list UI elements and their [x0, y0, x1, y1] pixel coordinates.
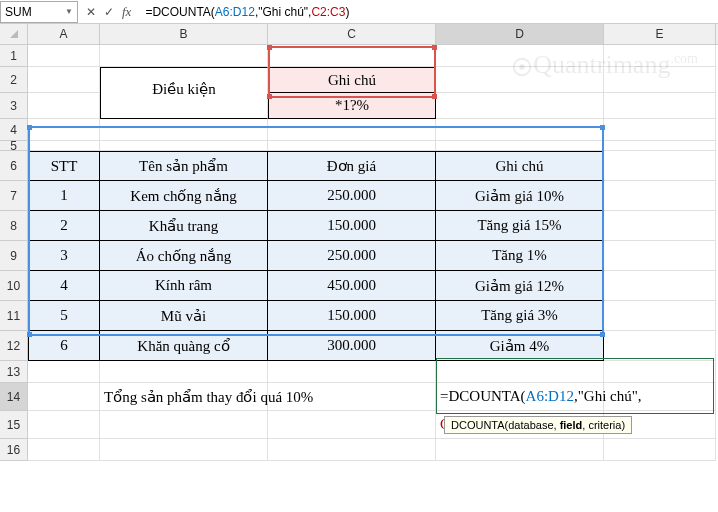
cell[interactable] [268, 439, 436, 461]
row-header-7[interactable]: 7 [0, 181, 28, 211]
table-cell[interactable]: Tăng giá 3% [436, 301, 604, 331]
cell[interactable] [604, 271, 716, 301]
table-header-gia[interactable]: Đơn giá [268, 151, 436, 181]
cell[interactable] [28, 119, 100, 141]
cell[interactable] [100, 439, 268, 461]
cell[interactable] [28, 141, 100, 151]
table-header-ten[interactable]: Tên sản phẩm [100, 151, 268, 181]
cell[interactable] [604, 211, 716, 241]
table-cell[interactable]: Kính râm [100, 271, 268, 301]
name-box[interactable]: SUM ▼ [0, 1, 78, 23]
row-header-1[interactable]: 1 [0, 45, 28, 67]
cell[interactable] [604, 241, 716, 271]
table-cell[interactable]: Giảm 4% [436, 331, 604, 361]
condition-label-cell[interactable]: Điều kiện [100, 93, 268, 119]
cell[interactable] [604, 439, 716, 461]
table-cell[interactable]: 2 [28, 211, 100, 241]
cell[interactable] [604, 67, 716, 93]
cell[interactable] [436, 361, 604, 383]
cell[interactable] [28, 383, 100, 411]
spreadsheet-grid[interactable]: A B C D E 1 2 Ghi chú 3 Điều kiện *1?% 4… [0, 24, 718, 461]
chevron-down-icon[interactable]: ▼ [65, 7, 73, 16]
cell[interactable] [436, 45, 604, 67]
table-cell[interactable]: Mũ vải [100, 301, 268, 331]
fx-icon[interactable]: fx [122, 4, 131, 20]
criteria-value-cell[interactable]: *1?% [268, 93, 436, 119]
cell[interactable] [268, 45, 436, 67]
row-header-9[interactable]: 9 [0, 241, 28, 271]
row-header-16[interactable]: 16 [0, 439, 28, 461]
cell[interactable] [28, 439, 100, 461]
col-header-E[interactable]: E [604, 24, 716, 44]
table-cell[interactable]: 3 [28, 241, 100, 271]
cell[interactable] [436, 439, 604, 461]
row-header-14[interactable]: 14 [0, 383, 28, 411]
table-cell[interactable]: 250.000 [268, 181, 436, 211]
cell[interactable] [100, 119, 268, 141]
active-cell-D14[interactable]: =DCOUNTA(A6:D12,"Ghi chú", [436, 383, 604, 411]
row-header-8[interactable]: 8 [0, 211, 28, 241]
cell[interactable] [604, 181, 716, 211]
row-header-12[interactable]: 12 [0, 331, 28, 361]
tooltip-arg2[interactable]: field [560, 419, 583, 431]
cell[interactable] [268, 361, 436, 383]
table-cell[interactable]: Khẩu trang [100, 211, 268, 241]
cell[interactable] [100, 141, 268, 151]
cell[interactable] [604, 141, 716, 151]
table-cell[interactable]: Khăn quàng cổ [100, 331, 268, 361]
summary-label-cell[interactable]: Tổng sản phẩm thay đổi quá 10% [100, 383, 268, 411]
table-cell[interactable]: 4 [28, 271, 100, 301]
cancel-icon[interactable]: ✕ [86, 5, 96, 19]
col-header-D[interactable]: D [436, 24, 604, 44]
table-cell[interactable]: 450.000 [268, 271, 436, 301]
table-cell[interactable]: 150.000 [268, 301, 436, 331]
criteria-header-cell[interactable]: Ghi chú [268, 67, 436, 93]
cell[interactable] [436, 93, 604, 119]
formula-input[interactable]: =DCOUNTA(A6:D12,"Ghi chú",C2:C3) [139, 5, 718, 19]
cell[interactable] [604, 361, 716, 383]
cell[interactable] [100, 361, 268, 383]
cell[interactable] [28, 411, 100, 439]
cell[interactable] [604, 119, 716, 141]
cell[interactable] [28, 67, 100, 93]
confirm-icon[interactable]: ✓ [104, 5, 114, 19]
col-header-A[interactable]: A [28, 24, 100, 44]
col-header-B[interactable]: B [100, 24, 268, 44]
cell[interactable] [28, 361, 100, 383]
cell[interactable] [28, 45, 100, 67]
cell[interactable] [268, 141, 436, 151]
row-header-13[interactable]: 13 [0, 361, 28, 383]
table-header-ghi[interactable]: Ghi chú [436, 151, 604, 181]
cell[interactable] [604, 301, 716, 331]
row-header-6[interactable]: 6 [0, 151, 28, 181]
cell[interactable] [100, 411, 268, 439]
table-cell[interactable]: 150.000 [268, 211, 436, 241]
cell[interactable] [604, 331, 716, 361]
select-all-corner[interactable] [0, 24, 28, 44]
cell[interactable] [436, 67, 604, 93]
table-cell[interactable]: Giảm giá 12% [436, 271, 604, 301]
cell[interactable] [100, 45, 268, 67]
cell[interactable] [28, 93, 100, 119]
tooltip-arg3[interactable]: criteria [588, 419, 621, 431]
cell[interactable] [436, 141, 604, 151]
table-cell[interactable]: Kem chống nắng [100, 181, 268, 211]
row-header-2[interactable]: 2 [0, 67, 28, 93]
cell[interactable] [268, 411, 436, 439]
table-cell[interactable]: Tăng giá 15% [436, 211, 604, 241]
row-header-10[interactable]: 10 [0, 271, 28, 301]
table-header-stt[interactable]: STT [28, 151, 100, 181]
cell[interactable] [268, 119, 436, 141]
table-cell[interactable]: Giảm giá 10% [436, 181, 604, 211]
table-cell[interactable]: 300.000 [268, 331, 436, 361]
cell[interactable] [604, 93, 716, 119]
table-cell[interactable]: Tăng 1% [436, 241, 604, 271]
table-cell[interactable]: 250.000 [268, 241, 436, 271]
table-cell[interactable]: 6 [28, 331, 100, 361]
table-cell[interactable]: 1 [28, 181, 100, 211]
row-header-3[interactable]: 3 [0, 93, 28, 119]
tooltip-arg1[interactable]: database [508, 419, 553, 431]
cell[interactable] [604, 151, 716, 181]
row-header-5[interactable]: 5 [0, 141, 28, 151]
col-header-C[interactable]: C [268, 24, 436, 44]
